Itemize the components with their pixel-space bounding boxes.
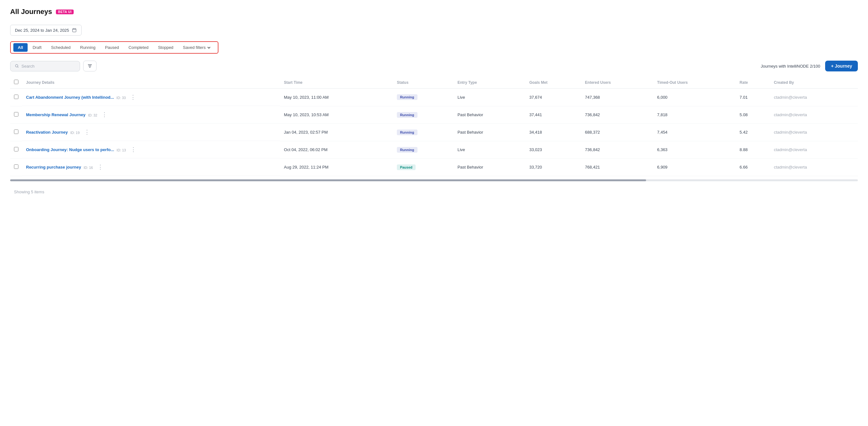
table-row: Onboarding Journey: Nudge users to perfo… [10, 141, 858, 158]
journey-id: ID: 19 [70, 131, 80, 134]
page-title: All Journeys [10, 8, 52, 16]
tab-all[interactable]: All [13, 43, 28, 52]
toolbar-right: Journeys with IntelliNODE 2/100 + Journe… [761, 61, 858, 71]
table-row: Cart Abandonment Journey (with Intellino… [10, 89, 858, 106]
journey-id: ID: 32 [88, 113, 97, 117]
add-journey-button[interactable]: + Journey [825, 61, 858, 71]
col-status: Status [393, 77, 454, 89]
row-menu-button[interactable]: ⋮ [128, 93, 138, 101]
row-rate: 5.08 [736, 106, 770, 123]
row-menu-button[interactable]: ⋮ [129, 145, 138, 154]
row-goals-met: 33,023 [525, 141, 581, 158]
status-badge: Paused [397, 164, 415, 170]
col-goals-met: Goals Met [525, 77, 581, 89]
row-checkbox-cell [10, 158, 22, 176]
date-range-button[interactable]: Dec 25, 2024 to Jan 24, 2025 [10, 25, 82, 35]
saved-filters-label: Saved filters [183, 45, 206, 50]
toolbar: Journeys with IntelliNODE 2/100 + Journe… [10, 61, 858, 71]
row-menu-button[interactable]: ⋮ [100, 111, 109, 119]
status-badge: Running [397, 147, 417, 153]
col-journey-details: Journey Details [22, 77, 280, 89]
row-checkbox-cell [10, 141, 22, 158]
row-journey-details: Reactivation Journey ID: 19 ⋮ [22, 123, 280, 141]
col-rate: Rate [736, 77, 770, 89]
page-header: All Journeys BETA UI [10, 8, 858, 16]
chevron-down-icon [207, 46, 211, 50]
filter-options-button[interactable] [83, 61, 96, 71]
beta-badge: BETA UI [56, 9, 74, 14]
calendar-icon [72, 28, 77, 33]
row-timed-out: 6,909 [653, 158, 736, 176]
journey-name-link[interactable]: Recurring purchase journey [26, 165, 81, 170]
journey-name-link[interactable]: Cart Abandonment Journey (with Intellino… [26, 95, 114, 100]
journey-id: ID: 33 [117, 96, 126, 100]
row-entered-users: 736,842 [581, 141, 653, 158]
row-status: Paused [393, 158, 454, 176]
svg-rect-0 [72, 29, 76, 32]
page-wrapper: All Journeys BETA UI Dec 25, 2024 to Jan… [0, 0, 868, 426]
table-row: Reactivation Journey ID: 19 ⋮ Jan 04, 20… [10, 123, 858, 141]
row-menu-button[interactable]: ⋮ [96, 163, 105, 171]
row-goals-met: 37,674 [525, 89, 581, 106]
tab-completed[interactable]: Completed [124, 43, 153, 52]
journeys-table-container: Journey Details Start Time Status Entry … [10, 77, 858, 195]
journey-id: ID: 13 [117, 148, 126, 152]
tab-scheduled[interactable]: Scheduled [47, 43, 75, 52]
scroll-track [10, 179, 858, 181]
row-timed-out: 6,000 [653, 89, 736, 106]
row-goals-met: 33,720 [525, 158, 581, 176]
row-checkbox-4[interactable] [14, 164, 19, 169]
row-status: Running [393, 106, 454, 123]
row-entered-users: 688,372 [581, 123, 653, 141]
col-start-time: Start Time [280, 77, 393, 89]
row-checkbox-1[interactable] [14, 112, 19, 117]
filter-icon [87, 63, 92, 68]
row-created-by: ctadmin@cleverta [770, 123, 858, 141]
intelli-count-label: Journeys with IntelliNODE 2/100 [761, 64, 820, 68]
date-range-label: Dec 25, 2024 to Jan 24, 2025 [15, 28, 69, 33]
journey-id: ID: 16 [84, 166, 93, 170]
row-journey-details: Cart Abandonment Journey (with Intellino… [22, 89, 280, 106]
row-checkbox-0[interactable] [14, 95, 19, 99]
row-journey-details: Onboarding Journey: Nudge users to perfo… [22, 141, 280, 158]
row-status: Running [393, 89, 454, 106]
col-entered-users: Entered Users [581, 77, 653, 89]
tab-running[interactable]: Running [75, 43, 100, 52]
saved-filters-dropdown[interactable]: Saved filters [179, 43, 215, 52]
tab-paused[interactable]: Paused [101, 43, 124, 52]
row-created-by: ctadmin@cleverta [770, 89, 858, 106]
search-box[interactable] [10, 61, 80, 71]
row-status: Running [393, 141, 454, 158]
row-start-time: May 10, 2023, 10:53 AM [280, 106, 393, 123]
row-start-time: Aug 29, 2022, 11:24 PM [280, 158, 393, 176]
row-entry-type: Past Behavior [454, 158, 525, 176]
select-all-header [10, 77, 22, 89]
journeys-table: Journey Details Start Time Status Entry … [10, 77, 858, 176]
row-created-by: ctadmin@cleverta [770, 158, 858, 176]
row-created-by: ctadmin@cleverta [770, 141, 858, 158]
search-input[interactable] [21, 64, 75, 68]
col-timed-out: Timed-Out Users [653, 77, 736, 89]
tab-stopped[interactable]: Stopped [154, 43, 178, 52]
status-badge: Running [397, 129, 417, 135]
row-checkbox-3[interactable] [14, 147, 19, 151]
journey-name-link[interactable]: Membership Renewal Journey [26, 112, 85, 117]
tab-draft[interactable]: Draft [28, 43, 46, 52]
row-timed-out: 7,818 [653, 106, 736, 123]
row-menu-button[interactable]: ⋮ [82, 128, 92, 136]
horizontal-scrollbar[interactable] [10, 176, 858, 184]
row-checkbox-2[interactable] [14, 129, 19, 134]
journey-name-link[interactable]: Reactivation Journey [26, 130, 68, 134]
row-start-time: Oct 04, 2022, 06:02 PM [280, 141, 393, 158]
journey-name-link[interactable]: Onboarding Journey: Nudge users to perfo… [26, 147, 114, 152]
row-rate: 6.66 [736, 158, 770, 176]
select-all-checkbox[interactable] [14, 80, 19, 84]
row-journey-details: Membership Renewal Journey ID: 32 ⋮ [22, 106, 280, 123]
row-entered-users: 736,842 [581, 106, 653, 123]
row-timed-out: 6,363 [653, 141, 736, 158]
row-checkbox-cell [10, 106, 22, 123]
table-row: Recurring purchase journey ID: 16 ⋮ Aug … [10, 158, 858, 176]
row-entered-users: 768,421 [581, 158, 653, 176]
row-start-time: May 10, 2023, 11:00 AM [280, 89, 393, 106]
row-entry-type: Past Behavior [454, 123, 525, 141]
